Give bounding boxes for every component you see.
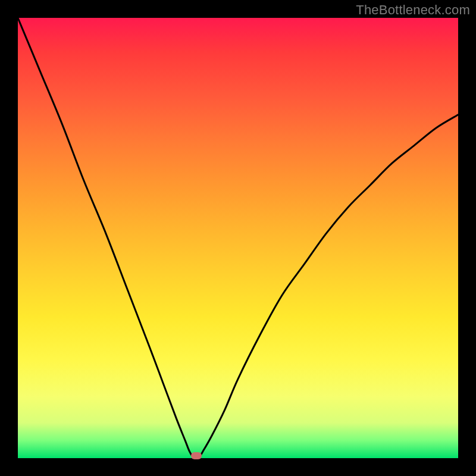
watermark-text: TheBottleneck.com: [356, 2, 470, 18]
plot-area: [18, 18, 458, 458]
optimal-marker: [191, 452, 202, 459]
outer-frame: TheBottleneck.com: [0, 0, 476, 476]
bottleneck-curve: [18, 18, 458, 458]
